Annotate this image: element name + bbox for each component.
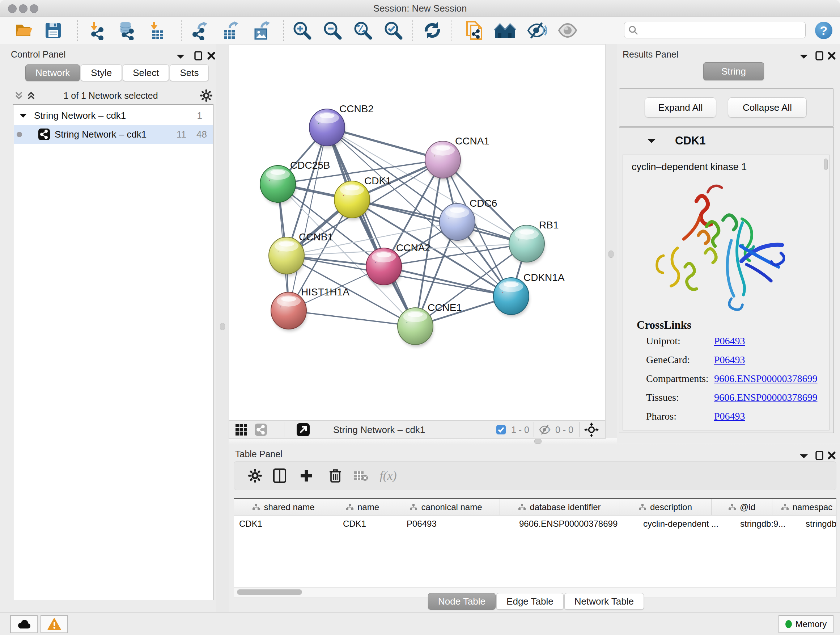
table-row[interactable]: CDK1CDK1P064939606.ENSP00000378699cyclin… bbox=[234, 516, 836, 532]
add-column-icon[interactable] bbox=[296, 466, 317, 486]
save-session-icon[interactable] bbox=[42, 20, 65, 41]
tab-style[interactable]: Style bbox=[81, 65, 122, 81]
import-network-from-database-icon[interactable] bbox=[115, 20, 137, 41]
table-cell[interactable]: stringdb bbox=[801, 516, 836, 532]
node-CDC25B[interactable] bbox=[260, 165, 296, 204]
fit-content-crosshair-icon[interactable] bbox=[584, 423, 599, 437]
float-panel-icon[interactable] bbox=[815, 51, 824, 61]
collapse-all-button[interactable]: Collapse All bbox=[728, 97, 807, 118]
entry-header[interactable]: CDK1 bbox=[619, 128, 834, 154]
tab-network[interactable]: Network bbox=[25, 65, 80, 81]
open-session-icon[interactable] bbox=[13, 20, 35, 41]
node-CDK1[interactable] bbox=[334, 181, 370, 220]
import-network-icon[interactable] bbox=[85, 20, 108, 41]
export-table-icon[interactable] bbox=[219, 20, 242, 41]
home-icon[interactable] bbox=[494, 20, 516, 41]
tab-select[interactable]: Select bbox=[123, 65, 169, 81]
float-panel-icon[interactable] bbox=[815, 450, 824, 461]
node-RB1[interactable] bbox=[509, 225, 545, 264]
network-graph[interactable]: CCNB2CCNA1CDC25BCDK1CDC6RB1CCNB1CCNA2CDK… bbox=[229, 44, 605, 420]
collapse-panel-icon[interactable] bbox=[176, 54, 185, 59]
table-cell[interactable]: cyclin-dependent ... bbox=[638, 516, 735, 532]
export-image-icon[interactable] bbox=[250, 20, 273, 41]
table-cell[interactable]: 9606.ENSP00000378699 bbox=[514, 516, 638, 532]
column-header-@id[interactable]: @id bbox=[712, 499, 772, 515]
crosslink-value[interactable]: P06493 bbox=[714, 354, 745, 366]
hide-selection-icon[interactable] bbox=[526, 20, 548, 41]
collapse-panel-icon[interactable] bbox=[799, 54, 808, 59]
hidden-eye-icon[interactable] bbox=[538, 423, 551, 437]
node-HIST1H1A[interactable] bbox=[271, 292, 307, 331]
search-icon bbox=[628, 25, 638, 35]
table-hscrollbar-thumb[interactable] bbox=[237, 589, 302, 595]
tab-string[interactable]: String bbox=[703, 62, 764, 80]
birdseye-view-icon[interactable] bbox=[296, 423, 310, 437]
export-network-icon[interactable] bbox=[189, 20, 211, 41]
crosslink-value[interactable]: 9606.ENSP00000378699 bbox=[714, 373, 817, 385]
network-share-icon[interactable] bbox=[254, 423, 267, 437]
table-cell[interactable]: stringdb:9... bbox=[735, 516, 801, 532]
column-header-description[interactable]: description bbox=[619, 499, 712, 515]
edge-CCNB2-HIST1H1A[interactable] bbox=[289, 127, 327, 310]
column-header-name[interactable]: name bbox=[333, 499, 392, 515]
network-options-gear-icon[interactable] bbox=[200, 89, 213, 102]
memory-button[interactable]: Memory bbox=[778, 615, 834, 633]
function-builder-button[interactable]: f(x) bbox=[378, 466, 398, 486]
close-panel-icon[interactable] bbox=[207, 51, 216, 60]
column-header-shared-name[interactable]: shared name bbox=[234, 499, 333, 515]
grid-view-icon[interactable] bbox=[235, 423, 248, 437]
collection-expander-icon[interactable] bbox=[19, 113, 27, 118]
edge-HIST1H1A-CCNE1[interactable] bbox=[289, 310, 415, 326]
selected-checkbox-icon[interactable] bbox=[496, 423, 506, 437]
right-panel-divider[interactable] bbox=[605, 44, 617, 443]
cloud-button[interactable] bbox=[10, 615, 38, 633]
network-row[interactable]: String Network – cdk1 11 48 bbox=[14, 125, 213, 144]
results-scrollbar-thumb[interactable] bbox=[824, 158, 828, 170]
network-canvas[interactable]: CCNB2CCNA1CDC25BCDK1CDC6RB1CCNB1CCNA2CDK… bbox=[229, 44, 606, 421]
crosslink-value[interactable]: P06493 bbox=[714, 410, 745, 422]
column-header-database-identifier[interactable]: database identifier bbox=[500, 499, 619, 515]
help-button[interactable]: ? bbox=[813, 20, 835, 41]
crosslink-value[interactable]: P06493 bbox=[714, 335, 745, 347]
delete-table-icon[interactable] bbox=[351, 466, 371, 486]
zoom-in-icon[interactable] bbox=[291, 20, 313, 41]
network-collection-row[interactable]: String Network – cdk1 1 bbox=[13, 106, 213, 125]
column-header-canonical-name[interactable]: canonical name bbox=[392, 499, 500, 515]
node-CCNE1[interactable] bbox=[398, 308, 433, 347]
crosslink-value[interactable]: 9606.ENSP00000378699 bbox=[714, 392, 817, 403]
delete-column-trash-icon[interactable] bbox=[325, 466, 346, 486]
node-CCNA1[interactable] bbox=[425, 141, 461, 180]
table-cell[interactable]: P06493 bbox=[401, 516, 514, 532]
show-columns-icon[interactable] bbox=[270, 466, 290, 486]
entry-expander-icon[interactable] bbox=[647, 138, 656, 144]
divider-handle[interactable] bbox=[534, 439, 542, 444]
clone-network-icon[interactable] bbox=[464, 20, 486, 41]
import-table-icon[interactable] bbox=[145, 20, 168, 41]
close-panel-icon[interactable] bbox=[827, 51, 836, 60]
zoom-out-icon[interactable] bbox=[321, 20, 344, 41]
zoom-fit-icon[interactable] bbox=[352, 20, 374, 41]
tab-network-table[interactable]: Network Table bbox=[564, 593, 644, 610]
divider-handle[interactable] bbox=[220, 323, 225, 330]
close-panel-icon[interactable] bbox=[827, 451, 836, 460]
table-cell[interactable]: CDK1 bbox=[234, 516, 338, 532]
divider-handle[interactable] bbox=[608, 250, 614, 258]
column-header-namespac[interactable]: namespac bbox=[772, 499, 836, 515]
table-cell[interactable]: CDK1 bbox=[338, 516, 401, 532]
float-panel-icon[interactable] bbox=[194, 51, 202, 61]
show-all-icon[interactable] bbox=[556, 20, 579, 41]
search-input[interactable] bbox=[641, 23, 805, 37]
left-panel-divider[interactable] bbox=[216, 44, 229, 612]
node-CDC6[interactable] bbox=[439, 203, 475, 242]
refresh-layout-icon[interactable] bbox=[421, 20, 444, 41]
node-CCNB1[interactable] bbox=[269, 237, 305, 276]
expand-all-button[interactable]: Expand All bbox=[645, 97, 716, 118]
tab-sets[interactable]: Sets bbox=[170, 65, 209, 81]
tab-edge-table[interactable]: Edge Table bbox=[496, 593, 564, 610]
tab-node-table[interactable]: Node Table bbox=[428, 593, 496, 610]
table-settings-gear-icon[interactable] bbox=[245, 466, 265, 486]
zoom-selected-icon[interactable] bbox=[382, 20, 404, 41]
warnings-button[interactable] bbox=[41, 615, 68, 633]
node-CDKN1A[interactable] bbox=[493, 278, 529, 317]
collapse-panel-icon[interactable] bbox=[799, 453, 808, 459]
